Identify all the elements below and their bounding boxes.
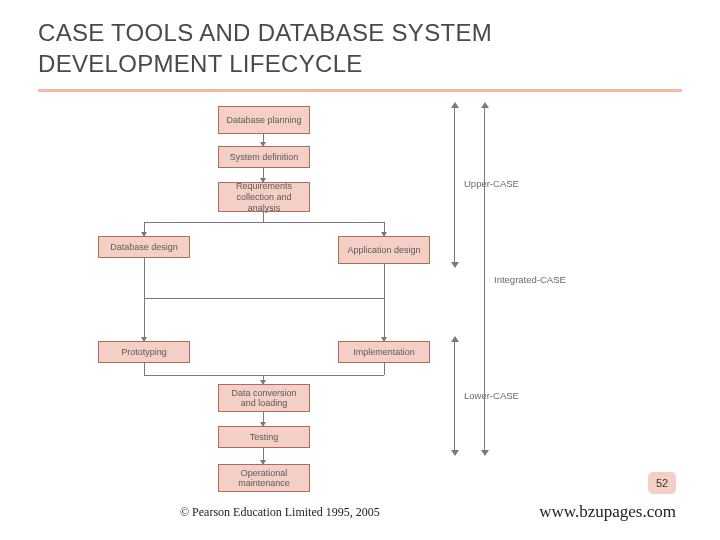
label-integrated-case: Integrated-CASE — [494, 274, 566, 285]
diagram-area: Database planning System definition Requ… — [38, 106, 682, 476]
connector — [263, 212, 264, 222]
connector — [144, 222, 384, 223]
arrow-down-icon — [451, 262, 459, 268]
box-implementation: Implementation — [338, 341, 430, 363]
connector — [144, 363, 145, 375]
arrow-icon — [260, 142, 266, 147]
box-application-design: Application design — [338, 236, 430, 264]
connector — [384, 264, 385, 341]
label-lower-case: Lower-CASE — [464, 390, 519, 401]
box-data-conversion: Data conversion and loading — [218, 384, 310, 412]
box-op-maintenance: Operational maintenance — [218, 464, 310, 492]
bracket-integrated — [484, 106, 485, 452]
box-database-design: Database design — [98, 236, 190, 258]
footer-copyright: © Pearson Education Limited 1995, 2005 — [180, 505, 380, 520]
arrow-icon — [260, 460, 266, 465]
box-requirements: Requirements collection and analysis — [218, 182, 310, 212]
arrow-icon — [381, 337, 387, 342]
footer-website: www.bzupages.com — [539, 502, 676, 522]
slide-title: CASE TOOLS AND DATABASE SYSTEM DEVELOPME… — [0, 0, 720, 85]
box-testing: Testing — [218, 426, 310, 448]
title-underline — [38, 89, 682, 92]
connector — [144, 298, 384, 299]
arrow-up-icon — [451, 336, 459, 342]
arrow-down-icon — [481, 450, 489, 456]
box-database-planning: Database planning — [218, 106, 310, 134]
page-number-badge: 52 — [648, 472, 676, 494]
label-upper-case: Upper-CASE — [464, 178, 519, 189]
arrow-down-icon — [451, 450, 459, 456]
arrow-icon — [141, 337, 147, 342]
bracket-upper — [454, 106, 455, 264]
arrow-icon — [260, 380, 266, 385]
box-prototyping: Prototyping — [98, 341, 190, 363]
box-system-definition: System definition — [218, 146, 310, 168]
arrow-up-icon — [451, 102, 459, 108]
bracket-lower — [454, 340, 455, 452]
connector — [144, 375, 384, 376]
arrow-icon — [381, 232, 387, 237]
connector — [384, 363, 385, 375]
connector — [144, 258, 145, 341]
arrow-icon — [260, 422, 266, 427]
arrow-up-icon — [481, 102, 489, 108]
arrow-icon — [141, 232, 147, 237]
arrow-icon — [260, 178, 266, 183]
